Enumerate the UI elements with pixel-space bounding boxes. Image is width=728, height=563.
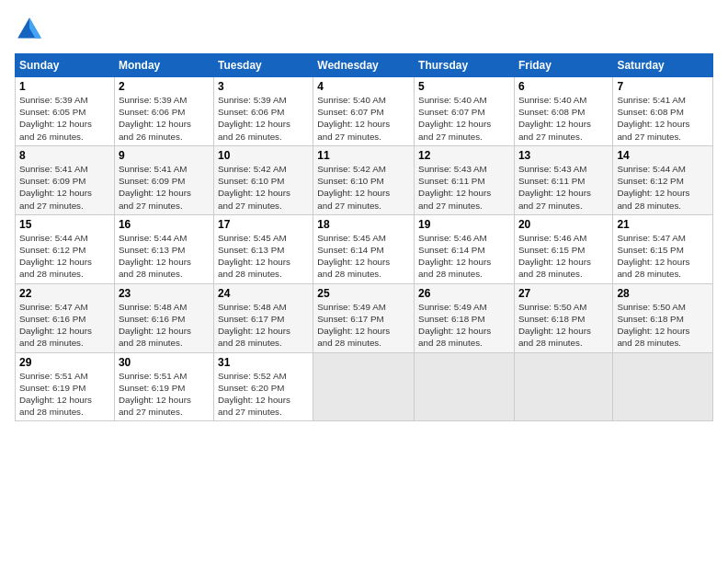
day-number: 20 [518, 218, 609, 231]
day-info: Sunrise: 5:40 AM Sunset: 6:08 PM Dayligh… [518, 94, 609, 143]
calendar-day-cell: 12Sunrise: 5:43 AM Sunset: 6:11 PM Dayli… [415, 145, 515, 214]
day-info: Sunrise: 5:42 AM Sunset: 6:10 PM Dayligh… [317, 163, 410, 212]
calendar-day-cell: 16Sunrise: 5:44 AM Sunset: 6:13 PM Dayli… [114, 214, 213, 283]
day-info: Sunrise: 5:45 AM Sunset: 6:14 PM Dayligh… [317, 232, 410, 281]
day-info: Sunrise: 5:48 AM Sunset: 6:17 PM Dayligh… [218, 301, 309, 350]
day-number: 21 [617, 218, 709, 231]
calendar-day-cell: 24Sunrise: 5:48 AM Sunset: 6:17 PM Dayli… [213, 283, 313, 352]
calendar-day-cell [613, 352, 713, 421]
day-info: Sunrise: 5:49 AM Sunset: 6:17 PM Dayligh… [317, 301, 410, 350]
day-number: 18 [317, 218, 410, 231]
day-info: Sunrise: 5:46 AM Sunset: 6:14 PM Dayligh… [418, 232, 510, 281]
page-header [15, 15, 713, 44]
calendar-day-cell: 15Sunrise: 5:44 AM Sunset: 6:12 PM Dayli… [16, 214, 115, 283]
calendar-day-cell: 3Sunrise: 5:39 AM Sunset: 6:06 PM Daylig… [213, 77, 313, 146]
day-info: Sunrise: 5:39 AM Sunset: 6:06 PM Dayligh… [218, 94, 309, 143]
day-info: Sunrise: 5:45 AM Sunset: 6:13 PM Dayligh… [218, 232, 309, 281]
calendar-day-cell [313, 352, 415, 421]
calendar-day-cell: 5Sunrise: 5:40 AM Sunset: 6:07 PM Daylig… [415, 77, 515, 146]
day-info: Sunrise: 5:49 AM Sunset: 6:18 PM Dayligh… [418, 301, 510, 350]
calendar-week-row: 15Sunrise: 5:44 AM Sunset: 6:12 PM Dayli… [16, 214, 713, 283]
calendar-day-header: Saturday [613, 54, 713, 77]
calendar-day-header: Sunday [16, 54, 115, 77]
day-info: Sunrise: 5:44 AM Sunset: 6:13 PM Dayligh… [119, 232, 210, 281]
calendar-day-cell: 11Sunrise: 5:42 AM Sunset: 6:10 PM Dayli… [313, 145, 415, 214]
calendar-day-cell: 2Sunrise: 5:39 AM Sunset: 6:06 PM Daylig… [114, 77, 213, 146]
day-number: 6 [518, 80, 609, 93]
calendar-day-cell [514, 352, 612, 421]
calendar-day-header: Thursday [415, 54, 515, 77]
day-number: 9 [119, 149, 210, 162]
day-info: Sunrise: 5:40 AM Sunset: 6:07 PM Dayligh… [317, 94, 410, 143]
day-number: 26 [418, 287, 510, 300]
day-number: 23 [119, 287, 210, 300]
calendar-week-row: 8Sunrise: 5:41 AM Sunset: 6:09 PM Daylig… [16, 145, 713, 214]
calendar-week-row: 1Sunrise: 5:39 AM Sunset: 6:05 PM Daylig… [16, 77, 713, 146]
calendar-header-row: SundayMondayTuesdayWednesdayThursdayFrid… [16, 54, 713, 77]
day-info: Sunrise: 5:41 AM Sunset: 6:08 PM Dayligh… [617, 94, 709, 143]
calendar-day-cell: 13Sunrise: 5:43 AM Sunset: 6:11 PM Dayli… [514, 145, 612, 214]
calendar-day-cell: 4Sunrise: 5:40 AM Sunset: 6:07 PM Daylig… [313, 77, 415, 146]
day-info: Sunrise: 5:41 AM Sunset: 6:09 PM Dayligh… [119, 163, 210, 212]
calendar-day-cell: 6Sunrise: 5:40 AM Sunset: 6:08 PM Daylig… [514, 77, 612, 146]
calendar-day-header: Friday [514, 54, 612, 77]
day-number: 8 [19, 149, 110, 162]
day-info: Sunrise: 5:52 AM Sunset: 6:20 PM Dayligh… [218, 370, 309, 419]
day-number: 25 [317, 287, 410, 300]
calendar-day-cell: 28Sunrise: 5:50 AM Sunset: 6:18 PM Dayli… [613, 283, 713, 352]
day-info: Sunrise: 5:39 AM Sunset: 6:05 PM Dayligh… [19, 94, 110, 143]
day-number: 27 [518, 287, 609, 300]
day-number: 12 [418, 149, 510, 162]
calendar-day-cell: 29Sunrise: 5:51 AM Sunset: 6:19 PM Dayli… [16, 352, 115, 421]
calendar-day-cell: 31Sunrise: 5:52 AM Sunset: 6:20 PM Dayli… [213, 352, 313, 421]
calendar-day-cell: 25Sunrise: 5:49 AM Sunset: 6:17 PM Dayli… [313, 283, 415, 352]
day-info: Sunrise: 5:47 AM Sunset: 6:15 PM Dayligh… [617, 232, 709, 281]
day-number: 4 [317, 80, 410, 93]
day-number: 22 [19, 287, 110, 300]
calendar-day-cell: 19Sunrise: 5:46 AM Sunset: 6:14 PM Dayli… [415, 214, 515, 283]
day-info: Sunrise: 5:51 AM Sunset: 6:19 PM Dayligh… [119, 370, 210, 419]
day-info: Sunrise: 5:43 AM Sunset: 6:11 PM Dayligh… [418, 163, 510, 212]
day-number: 24 [218, 287, 309, 300]
calendar-day-cell: 22Sunrise: 5:47 AM Sunset: 6:16 PM Dayli… [16, 283, 115, 352]
calendar-day-cell: 1Sunrise: 5:39 AM Sunset: 6:05 PM Daylig… [16, 77, 115, 146]
day-number: 29 [19, 356, 110, 369]
day-number: 14 [617, 149, 709, 162]
calendar-body: 1Sunrise: 5:39 AM Sunset: 6:05 PM Daylig… [16, 77, 713, 421]
day-number: 7 [617, 80, 709, 93]
calendar-day-cell: 9Sunrise: 5:41 AM Sunset: 6:09 PM Daylig… [114, 145, 213, 214]
day-number: 17 [218, 218, 309, 231]
calendar-day-cell: 7Sunrise: 5:41 AM Sunset: 6:08 PM Daylig… [613, 77, 713, 146]
day-info: Sunrise: 5:50 AM Sunset: 6:18 PM Dayligh… [518, 301, 609, 350]
calendar-day-cell: 23Sunrise: 5:48 AM Sunset: 6:16 PM Dayli… [114, 283, 213, 352]
day-info: Sunrise: 5:46 AM Sunset: 6:15 PM Dayligh… [518, 232, 609, 281]
calendar-day-cell [415, 352, 515, 421]
calendar-day-cell: 17Sunrise: 5:45 AM Sunset: 6:13 PM Dayli… [213, 214, 313, 283]
day-info: Sunrise: 5:41 AM Sunset: 6:09 PM Dayligh… [19, 163, 110, 212]
logo-icon [15, 15, 44, 44]
day-info: Sunrise: 5:43 AM Sunset: 6:11 PM Dayligh… [518, 163, 609, 212]
logo [15, 15, 48, 44]
day-info: Sunrise: 5:39 AM Sunset: 6:06 PM Dayligh… [119, 94, 210, 143]
day-number: 13 [518, 149, 609, 162]
day-number: 30 [119, 356, 210, 369]
day-info: Sunrise: 5:47 AM Sunset: 6:16 PM Dayligh… [19, 301, 110, 350]
calendar-day-cell: 10Sunrise: 5:42 AM Sunset: 6:10 PM Dayli… [213, 145, 313, 214]
day-info: Sunrise: 5:51 AM Sunset: 6:19 PM Dayligh… [19, 370, 110, 419]
day-number: 28 [617, 287, 709, 300]
calendar-day-cell: 27Sunrise: 5:50 AM Sunset: 6:18 PM Dayli… [514, 283, 612, 352]
calendar-day-cell: 18Sunrise: 5:45 AM Sunset: 6:14 PM Dayli… [313, 214, 415, 283]
page-container: SundayMondayTuesdayWednesdayThursdayFrid… [0, 0, 728, 429]
day-number: 3 [218, 80, 309, 93]
day-number: 31 [218, 356, 309, 369]
day-number: 10 [218, 149, 309, 162]
calendar-day-cell: 26Sunrise: 5:49 AM Sunset: 6:18 PM Dayli… [415, 283, 515, 352]
day-info: Sunrise: 5:48 AM Sunset: 6:16 PM Dayligh… [119, 301, 210, 350]
day-number: 19 [418, 218, 510, 231]
calendar-week-row: 29Sunrise: 5:51 AM Sunset: 6:19 PM Dayli… [16, 352, 713, 421]
calendar-day-header: Monday [114, 54, 213, 77]
calendar-day-header: Wednesday [313, 54, 415, 77]
calendar-day-cell: 8Sunrise: 5:41 AM Sunset: 6:09 PM Daylig… [16, 145, 115, 214]
day-info: Sunrise: 5:44 AM Sunset: 6:12 PM Dayligh… [19, 232, 110, 281]
day-number: 1 [19, 80, 110, 93]
